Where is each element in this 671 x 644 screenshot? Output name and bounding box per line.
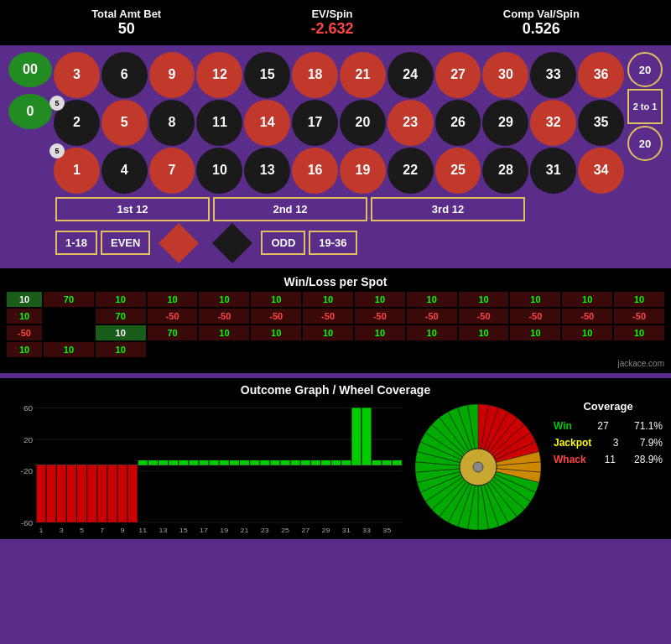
number-24[interactable]: 24 <box>388 52 434 98</box>
wheel-area <box>411 400 545 534</box>
number-35[interactable]: 35 <box>578 100 624 146</box>
svg-rect-10 <box>47 465 56 522</box>
dozen-1st[interactable]: 1st 12 <box>55 197 210 221</box>
number-10[interactable]: 10 <box>196 148 242 194</box>
bet-1-18[interactable]: 1-18 <box>55 231 97 255</box>
wl-cell-0-0: 70 <box>44 292 94 307</box>
wl-cell-1-11: -50 <box>7 325 42 340</box>
svg-rect-31 <box>260 460 269 465</box>
bet-19-36[interactable]: 19-36 <box>309 231 356 255</box>
svg-text:5: 5 <box>80 527 84 533</box>
side-bet-top-value: 20 <box>639 64 651 76</box>
cov-whack-pct: 28.9% <box>634 454 663 465</box>
side-bet-top[interactable]: 20 <box>627 52 663 87</box>
svg-text:20: 20 <box>23 436 33 444</box>
coverage-title: Coverage <box>554 400 663 413</box>
number-4[interactable]: 4 <box>101 148 148 194</box>
wl-cell-2-5: 10 <box>407 325 457 340</box>
side-bet-bot[interactable]: 20 <box>627 126 663 161</box>
number-21[interactable]: 21 <box>340 52 386 98</box>
number-14[interactable]: 14 <box>244 100 290 146</box>
roulette-wheel-svg <box>411 400 545 534</box>
number-17[interactable]: 17 <box>292 100 338 146</box>
wl-cell-2-12: 10 <box>96 342 146 357</box>
svg-rect-33 <box>281 460 290 465</box>
svg-text:15: 15 <box>179 527 188 533</box>
number-2[interactable]: 25 <box>54 100 100 146</box>
svg-text:7: 7 <box>100 527 104 533</box>
svg-text:1: 1 <box>39 527 44 533</box>
number-9[interactable]: 9 <box>149 52 195 98</box>
svg-rect-27 <box>220 460 229 465</box>
number-22[interactable]: 22 <box>388 148 434 194</box>
wl-cell-1-3: -50 <box>251 309 301 324</box>
number-23[interactable]: 23 <box>388 100 434 146</box>
number-29[interactable]: 29 <box>482 100 528 146</box>
wl-cell-0-10: 10 <box>562 292 612 307</box>
number-13[interactable]: 13 <box>244 148 290 194</box>
coverage-table: Coverage Win 27 71.1% Jackpot 3 7.9% Wha… <box>554 400 663 468</box>
number-12[interactable]: 12 <box>196 52 242 98</box>
svg-rect-25 <box>200 460 209 465</box>
side-bet-mid[interactable]: 2 to 1 <box>627 89 663 124</box>
svg-text:33: 33 <box>362 527 371 533</box>
number-33[interactable]: 33 <box>530 52 576 98</box>
number-7[interactable]: 7 <box>149 148 195 194</box>
number-16[interactable]: 16 <box>292 148 338 194</box>
wl-cell-2-2: 10 <box>251 325 301 340</box>
wl-cell-2-8: 10 <box>562 325 612 340</box>
number-26[interactable]: 26 <box>435 100 481 146</box>
wl-cell-0-5: 10 <box>303 292 353 307</box>
bet-even[interactable]: EVEN <box>101 231 150 255</box>
number-3[interactable]: 3 <box>54 52 100 98</box>
dozen-2nd[interactable]: 2nd 12 <box>213 197 367 221</box>
number-30[interactable]: 30 <box>482 52 528 98</box>
number-8[interactable]: 8 <box>149 100 195 146</box>
total-amt-bet-value: 50 <box>91 20 161 38</box>
wl-cell-2-1: 10 <box>199 325 249 340</box>
number-28[interactable]: 28 <box>482 148 528 194</box>
wl-grid: 107010101010101010101010101070-50-50-50-… <box>7 292 664 357</box>
svg-text:-20: -20 <box>21 468 34 475</box>
svg-text:11: 11 <box>138 527 147 533</box>
bet-odd[interactable]: ODD <box>261 231 305 255</box>
svg-rect-39 <box>341 460 351 465</box>
number-15[interactable]: 15 <box>244 52 290 98</box>
svg-rect-34 <box>291 460 300 465</box>
number-19[interactable]: 19 <box>340 148 386 194</box>
cov-whack-row: Whack 11 28.9% <box>554 451 663 468</box>
wl-cell-0-7: 10 <box>407 292 457 307</box>
svg-rect-16 <box>107 465 117 522</box>
dozen-3rd[interactable]: 3rd 12 <box>371 197 525 221</box>
roulette-table: 00 0 36912151821242730333625581114172023… <box>0 45 671 263</box>
svg-text:25: 25 <box>281 527 289 533</box>
zero[interactable]: 0 <box>8 94 52 129</box>
svg-rect-17 <box>118 465 127 522</box>
svg-rect-43 <box>382 460 392 465</box>
table-grid: 00 0 36912151821242730333625581114172023… <box>8 52 663 194</box>
svg-text:13: 13 <box>159 527 168 533</box>
number-34[interactable]: 34 <box>578 148 624 194</box>
svg-text:27: 27 <box>301 527 309 533</box>
wl-cell-1-9: -50 <box>562 309 612 324</box>
wl-cell-1-5: -50 <box>355 309 405 324</box>
number-18[interactable]: 18 <box>292 52 338 98</box>
number-31[interactable]: 31 <box>530 148 576 194</box>
number-25[interactable]: 25 <box>435 148 481 194</box>
black-diamond[interactable] <box>207 228 257 258</box>
svg-text:23: 23 <box>261 527 269 533</box>
red-diamond[interactable] <box>153 228 204 258</box>
side-bet-bot-value: 20 <box>639 138 651 150</box>
number-32[interactable]: 32 <box>530 100 576 146</box>
number-5[interactable]: 5 <box>101 100 148 146</box>
number-11[interactable]: 11 <box>196 100 242 146</box>
wl-cell-0-11: 10 <box>614 292 664 307</box>
svg-rect-9 <box>37 465 46 522</box>
svg-rect-41 <box>362 408 372 465</box>
number-20[interactable]: 20 <box>340 100 386 146</box>
number-1[interactable]: 15 <box>54 148 100 194</box>
number-6[interactable]: 6 <box>101 52 148 98</box>
number-36[interactable]: 36 <box>578 52 624 98</box>
double-zero[interactable]: 00 <box>8 52 52 87</box>
number-27[interactable]: 27 <box>435 52 481 98</box>
